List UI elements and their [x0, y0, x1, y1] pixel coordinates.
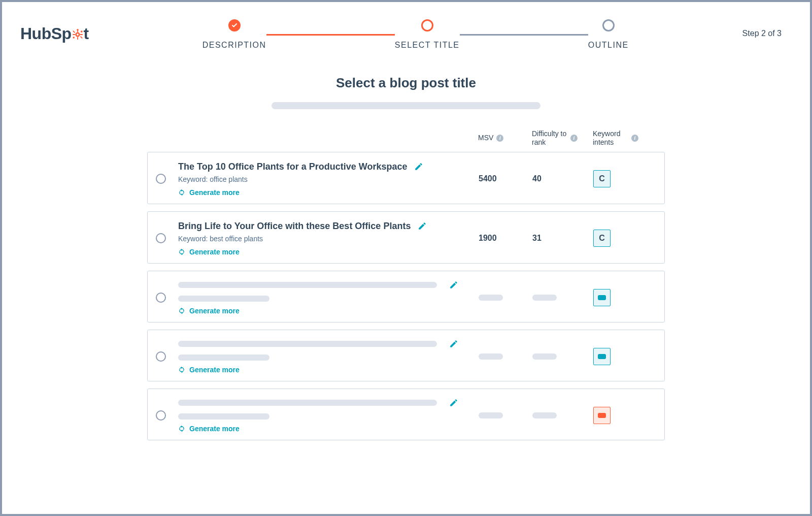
title-skeleton	[178, 400, 437, 406]
refresh-icon	[178, 425, 185, 432]
sprocket-icon	[72, 29, 83, 40]
keyword-skeleton	[178, 413, 269, 420]
svg-rect-5	[80, 34, 83, 35]
svg-rect-4	[73, 34, 76, 35]
generate-more-button[interactable]: Generate more	[178, 248, 479, 256]
title-skeleton	[178, 282, 437, 288]
step-select-title[interactable]: SELECT TITLE	[395, 19, 460, 50]
generate-more-button[interactable]: Generate more	[178, 307, 479, 315]
info-icon[interactable]: i	[631, 135, 638, 142]
msv-value	[479, 353, 532, 360]
keyword-skeleton	[178, 296, 269, 302]
info-icon[interactable]: i	[570, 135, 578, 142]
difficulty-value	[532, 353, 593, 360]
refresh-icon	[178, 307, 185, 314]
edit-icon[interactable]	[414, 162, 423, 171]
msv-value	[479, 295, 532, 301]
refresh-icon	[178, 248, 185, 255]
intent-badge	[593, 348, 611, 365]
generate-more-button[interactable]: Generate more	[178, 366, 479, 374]
edit-icon[interactable]	[449, 398, 458, 407]
intent-badge: C	[593, 170, 611, 187]
svg-point-1	[77, 34, 79, 36]
difficulty-value	[532, 295, 593, 301]
option-title: Bring Life to Your Office with these Bes…	[178, 221, 411, 232]
msv-value: 5400	[479, 174, 532, 183]
difficulty-value: 40	[532, 174, 593, 183]
intent-badge	[593, 289, 611, 306]
msv-value: 1900	[479, 234, 532, 243]
svg-point-9	[73, 37, 75, 39]
edit-icon[interactable]	[418, 221, 427, 231]
title-skeleton	[178, 341, 437, 347]
radio-select[interactable]	[156, 293, 166, 303]
difficulty-value	[532, 412, 593, 418]
subtitle-placeholder	[272, 102, 540, 109]
radio-select[interactable]	[156, 174, 166, 184]
svg-rect-7	[80, 36, 82, 39]
intent-badge	[593, 407, 611, 424]
option-title: The Top 10 Office Plants for a Productiv…	[178, 162, 407, 172]
radio-select[interactable]	[156, 233, 166, 243]
title-option-card[interactable]: Generate more	[147, 271, 665, 322]
svg-point-10	[81, 30, 83, 33]
svg-point-8	[77, 29, 79, 31]
edit-icon[interactable]	[449, 280, 458, 289]
refresh-icon	[178, 189, 185, 196]
title-option-card[interactable]: Bring Life to Your Office with these Bes…	[147, 211, 665, 264]
keyword-label: Keyword: office plants	[178, 175, 479, 183]
column-headers: MSV i Difficulty to rank i Keyword inten…	[147, 130, 665, 152]
info-icon[interactable]: i	[496, 135, 503, 142]
page-title: Select a blog post title	[147, 75, 665, 91]
title-option-card[interactable]: Generate more	[147, 389, 665, 440]
refresh-icon	[178, 366, 185, 373]
msv-value	[479, 412, 532, 418]
svg-rect-3	[77, 37, 78, 40]
edit-icon[interactable]	[449, 339, 458, 348]
radio-select[interactable]	[156, 351, 166, 362]
difficulty-value: 31	[532, 234, 593, 243]
keyword-skeleton	[178, 354, 269, 361]
progress-stepper: DESCRIPTION SELECT TITLE OUTLINE	[101, 17, 730, 50]
title-option-card[interactable]: The Top 10 Office Plants for a Productiv…	[147, 152, 665, 204]
generate-more-button[interactable]: Generate more	[178, 425, 479, 433]
hubspot-logo: HubSp	[20, 24, 89, 43]
intent-badge: C	[593, 230, 611, 247]
step-description[interactable]: DESCRIPTION	[202, 19, 266, 50]
title-option-card[interactable]: Generate more	[147, 330, 665, 381]
step-outline[interactable]: OUTLINE	[588, 19, 629, 50]
keyword-label: Keyword: best office plants	[178, 235, 479, 243]
radio-select[interactable]	[156, 410, 166, 421]
generate-more-button[interactable]: Generate more	[178, 188, 479, 197]
svg-rect-6	[73, 30, 75, 33]
step-indicator: Step 2 of 3	[742, 29, 792, 38]
